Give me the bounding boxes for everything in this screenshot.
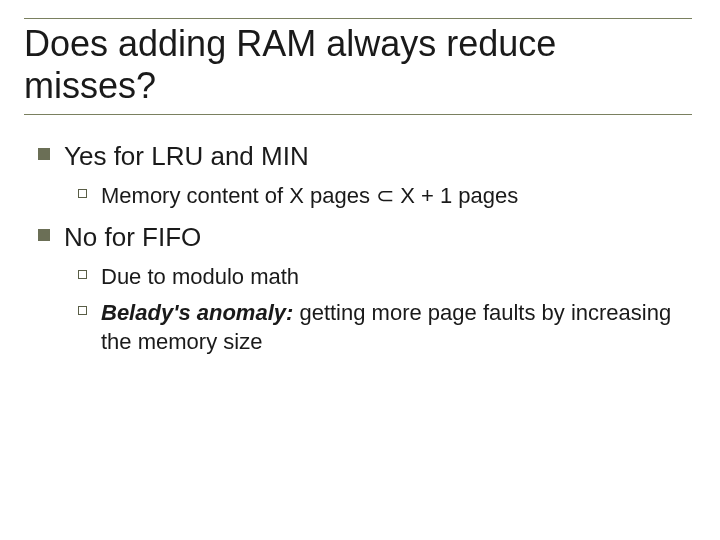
belady-term: Belady's anomaly: xyxy=(101,300,293,325)
bullet-yes-lru-min: Yes for LRU and MIN xyxy=(38,133,692,178)
subbullet-belady: Belady's anomaly: getting more page faul… xyxy=(38,295,692,360)
bullet-text: Yes for LRU and MIN xyxy=(64,139,309,174)
title-wrap: Does adding RAM always reduce misses? xyxy=(24,18,692,115)
subbullet-text: Due to modulo math xyxy=(101,262,299,292)
square-bullet-icon xyxy=(38,229,50,241)
subbullet-text: Belady's anomaly: getting more page faul… xyxy=(101,298,692,357)
square-bullet-icon xyxy=(38,148,50,160)
subbullet-modulo: Due to modulo math xyxy=(38,259,692,295)
subbullet-text: Memory content of X pages ⊂ X + 1 pages xyxy=(101,181,518,211)
hollow-square-bullet-icon xyxy=(78,306,87,315)
slide-body: Yes for LRU and MIN Memory content of X … xyxy=(28,133,692,360)
bullet-no-fifo: No for FIFO xyxy=(38,214,692,259)
slide: Does adding RAM always reduce misses? Ye… xyxy=(0,0,720,540)
hollow-square-bullet-icon xyxy=(78,189,87,198)
bullet-text: No for FIFO xyxy=(64,220,201,255)
slide-title: Does adding RAM always reduce misses? xyxy=(24,19,692,108)
subbullet-memory-content: Memory content of X pages ⊂ X + 1 pages xyxy=(38,178,692,214)
hollow-square-bullet-icon xyxy=(78,270,87,279)
